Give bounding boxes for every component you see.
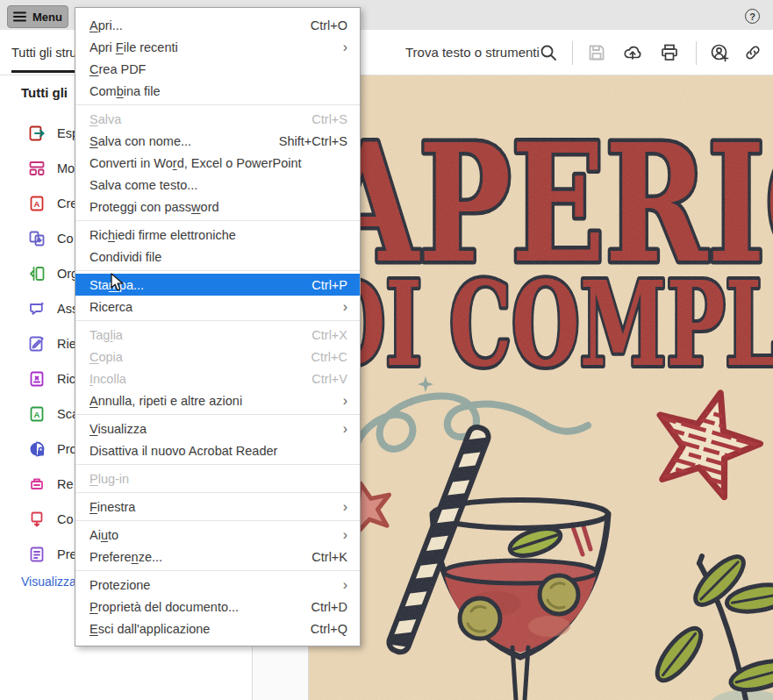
menu-item-label: Condividi file <box>89 250 347 264</box>
sidebar-tool-label: Mo <box>57 161 75 175</box>
menu-separator <box>75 464 360 465</box>
menu-item[interactable]: Esci dall'applicazioneCtrl+Q <box>75 618 360 639</box>
scan-ocr-icon: A <box>28 405 46 423</box>
sidebar-tool-label: Ric <box>57 372 75 386</box>
sidebar-tool-label: Rie <box>57 337 76 351</box>
menu-item-label: Salva con nome... <box>89 134 263 148</box>
help-icon[interactable]: ? <box>745 9 760 24</box>
share-upload-icon[interactable] <box>623 43 642 62</box>
menu-item-label: Stampa... <box>89 278 296 292</box>
menu-item-label: Taglia <box>89 328 296 342</box>
menu-item[interactable]: Condividi file <box>75 246 360 268</box>
hamburger-icon <box>13 11 26 22</box>
sidebar-tool-label: Re <box>57 477 74 491</box>
menu-item[interactable]: IncollaCtrl+V <box>75 368 360 389</box>
menu-item-shortcut: Ctrl+K <box>311 550 347 564</box>
compress-pdf-icon <box>28 511 46 528</box>
menu-item-label: Disattiva il nuovo Acrobat Reader <box>89 444 347 458</box>
menu-button[interactable]: Menu <box>7 5 68 28</box>
menu-item[interactable]: Annulla, ripeti e altre azioni› <box>75 389 360 411</box>
menu-item-label: Plug-in <box>89 472 347 486</box>
menu-item[interactable]: Salva come testo... <box>75 174 360 196</box>
protect-pdf-icon <box>28 440 46 458</box>
add-signature-icon[interactable] <box>710 43 729 62</box>
menu-item[interactable]: Richiedi firme elettroniche <box>75 224 360 246</box>
menu-item[interactable]: Proprietà del documento...Ctrl+D <box>75 596 360 618</box>
tab-all-tools[interactable]: Tutti gli stru <box>11 30 76 75</box>
menu-separator <box>75 320 360 321</box>
menu-item-label: Aiuto <box>89 528 327 542</box>
menu-item[interactable]: Stampa...Ctrl+P <box>75 274 360 296</box>
menu-item[interactable]: TagliaCtrl+X <box>75 324 360 346</box>
menu-item-label: Richiedi firme elettroniche <box>89 228 347 242</box>
menu-separator <box>75 570 360 571</box>
app-menu: Apri...Ctrl+OApri File recenti›Crea PDFC… <box>75 7 361 646</box>
pdf-page[interactable]: APERICENA DI COMPLEANNO <box>309 75 773 700</box>
menu-item-label: Annulla, ripeti e altre azioni <box>89 394 327 408</box>
menu-item[interactable]: Protezione› <box>75 574 360 596</box>
menu-item[interactable]: Converti in Word, Excel o PowerPoint <box>75 152 360 174</box>
menu-item[interactable]: Visualizza› <box>75 418 360 439</box>
paper-grain <box>309 75 773 700</box>
menu-item-label: Combina file <box>89 84 347 98</box>
chevron-right-icon: › <box>343 422 347 436</box>
menu-item-shortcut: Ctrl+D <box>311 600 348 614</box>
chevron-right-icon: › <box>343 500 347 514</box>
menu-item-label: Finestra <box>89 500 327 514</box>
menu-item[interactable]: Crea PDF <box>75 58 360 80</box>
menu-item-label: Protezione <box>89 578 327 592</box>
menu-item-label: Apri... <box>89 18 295 32</box>
create-pdf-icon: A <box>28 195 46 212</box>
menu-item-label: Incolla <box>89 372 296 386</box>
print-icon[interactable] <box>660 43 679 62</box>
sidebar-tool-label: Co <box>57 512 74 526</box>
link-icon[interactable] <box>743 43 762 62</box>
menu-separator <box>75 104 360 105</box>
menu-item-shortcut: Shift+Ctrl+S <box>279 134 347 148</box>
combine-files-icon <box>28 230 46 247</box>
menu-item-label: Crea PDF <box>89 62 347 76</box>
menu-item-label: Ricerca <box>89 300 327 314</box>
sidebar-tool-label: Co <box>57 232 74 246</box>
menu-item-label: Salva <box>89 112 296 126</box>
redact-pdf-icon <box>28 475 46 493</box>
menu-item-shortcut: Ctrl+O <box>311 18 347 32</box>
menu-item-label: Apri File recenti <box>89 40 327 54</box>
menu-item-label: Copia <box>89 350 296 364</box>
menu-item-label: Converti in Word, Excel o PowerPoint <box>89 156 347 170</box>
menu-separator <box>75 492 360 493</box>
menu-item[interactable]: Preferenze...Ctrl+K <box>75 546 360 568</box>
menu-button-label: Menu <box>32 11 62 24</box>
toolbar-separator <box>572 41 573 65</box>
menu-item-shortcut: Ctrl+V <box>311 372 347 386</box>
menu-item-label: Visualizza <box>89 422 327 436</box>
menu-item[interactable]: Disattiva il nuovo Acrobat Reader <box>75 439 360 461</box>
menu-separator <box>75 270 360 271</box>
menu-item[interactable]: CopiaCtrl+C <box>75 346 360 368</box>
menu-item-label: Salva come testo... <box>89 178 347 192</box>
acrobat-reader-window: { "titlebar": { "menu_button_label": "Me… <box>0 0 773 700</box>
chevron-right-icon: › <box>343 528 347 542</box>
menu-item-label: Proteggi con password <box>89 200 347 214</box>
menu-item[interactable]: SalvaCtrl+S <box>75 108 360 130</box>
save-icon[interactable] <box>587 43 606 62</box>
search-input[interactable]: Trova testo o strumenti <box>405 30 540 75</box>
menu-item[interactable]: Finestra› <box>75 496 360 518</box>
menu-item-label: Preferenze... <box>89 550 296 564</box>
menu-item[interactable]: Apri...Ctrl+O <box>75 14 360 36</box>
menu-item[interactable]: Proteggi con password <box>75 196 360 218</box>
menu-item[interactable]: Ricerca› <box>75 296 360 318</box>
menu-item[interactable]: Aiuto› <box>75 524 360 546</box>
menu-item-shortcut: Ctrl+Q <box>311 622 347 636</box>
search-icon[interactable] <box>539 43 558 62</box>
menu-item-shortcut: Ctrl+C <box>311 350 348 364</box>
fill-sign-icon <box>28 335 46 353</box>
organize-pages-icon <box>28 265 46 282</box>
menu-item[interactable]: Salva con nome...Shift+Ctrl+S <box>75 130 360 152</box>
ai-assistant-icon <box>28 300 46 318</box>
menu-item[interactable]: Plug-in <box>75 468 360 489</box>
menu-item[interactable]: Apri File recenti› <box>75 36 360 58</box>
chevron-right-icon: › <box>343 300 347 314</box>
menu-item[interactable]: Combina file <box>75 80 360 102</box>
toolbar-separator <box>696 41 697 65</box>
